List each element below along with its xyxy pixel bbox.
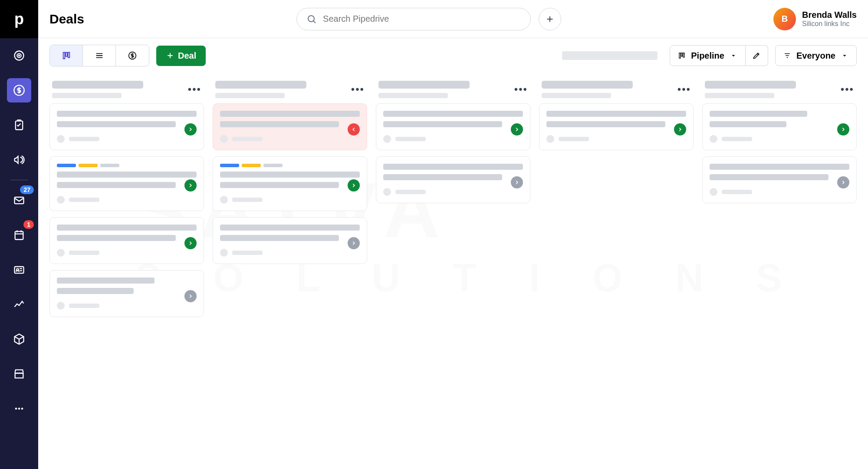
view-list-button[interactable] (83, 45, 116, 66)
topbar: Deals B Brenda Walls Silicon links Inc (38, 0, 868, 38)
status-green-icon[interactable] (348, 179, 360, 192)
nav-more[interactable] (7, 396, 31, 421)
mail-icon (13, 194, 25, 206)
svg-point-10 (18, 408, 20, 410)
svg-rect-14 (66, 53, 67, 56)
nav-calendar[interactable]: 1 (7, 223, 31, 247)
view-kanban-button[interactable] (50, 45, 83, 66)
megaphone-icon (13, 154, 25, 166)
card-footer (546, 135, 686, 143)
status-gray-icon[interactable] (348, 237, 360, 249)
nav-tasks[interactable] (7, 113, 31, 137)
column-menu-button[interactable]: ••• (677, 83, 691, 96)
deal-card[interactable] (213, 217, 367, 264)
pipeline-column: ••• (49, 76, 204, 466)
status-green-icon[interactable] (184, 123, 197, 135)
skeleton (220, 235, 339, 241)
user-menu[interactable]: B Brenda Walls Silicon links Inc (773, 8, 857, 30)
status-red-icon[interactable] (348, 123, 360, 135)
search-icon (306, 14, 317, 24)
skeleton (722, 190, 752, 194)
plus-icon (166, 51, 174, 60)
card-footer (220, 249, 360, 257)
column-subtitle-skeleton (215, 93, 285, 98)
tag-gray (100, 164, 119, 167)
deal-card[interactable] (539, 103, 694, 150)
tag-gray (263, 164, 283, 167)
sidebar: p 27 1 (0, 0, 38, 469)
deal-card[interactable] (49, 217, 204, 264)
nav-products[interactable] (7, 327, 31, 351)
search-input[interactable] (323, 14, 521, 24)
skeleton (220, 196, 228, 204)
deal-card[interactable] (213, 156, 367, 211)
clipboard-icon (13, 119, 25, 131)
pipeline-icon (678, 52, 686, 59)
avatar: B (773, 8, 796, 30)
pipeline-column: ••• (213, 76, 367, 466)
svg-rect-7 (15, 267, 24, 273)
search-box[interactable] (296, 8, 531, 30)
edit-pipeline-button[interactable] (746, 45, 768, 66)
pipeline-dropdown[interactable]: Pipeline (670, 45, 746, 66)
skeleton (710, 188, 717, 196)
add-deal-button[interactable]: Deal (156, 46, 206, 66)
skeleton (710, 135, 717, 143)
skeleton (69, 251, 99, 255)
status-gray-icon[interactable] (184, 290, 197, 302)
svg-rect-19 (683, 53, 684, 57)
pipeline-column: ••• (376, 76, 530, 466)
status-green-icon[interactable] (184, 237, 197, 249)
deal-card[interactable] (376, 103, 530, 150)
card-footer (383, 188, 523, 196)
store-icon (13, 368, 25, 380)
deal-card[interactable] (49, 270, 204, 317)
deal-card[interactable] (702, 103, 857, 150)
skeleton (232, 198, 263, 202)
status-green-icon[interactable] (184, 179, 197, 192)
column-menu-button[interactable]: ••• (841, 83, 854, 96)
status-green-icon[interactable] (674, 123, 686, 135)
filter-dropdown[interactable]: Everyone (775, 45, 857, 66)
skeleton (57, 172, 197, 178)
nav-deals[interactable] (7, 78, 31, 102)
skeleton (383, 164, 523, 170)
divider (10, 180, 28, 180)
svg-rect-17 (679, 53, 681, 58)
quick-add-button[interactable] (539, 8, 561, 30)
deal-card[interactable] (702, 156, 857, 203)
column-menu-button[interactable]: ••• (351, 83, 365, 96)
svg-point-9 (15, 408, 17, 410)
column-title-skeleton (542, 81, 633, 89)
nav-target[interactable] (7, 43, 31, 68)
user-name: Brenda Walls (802, 10, 857, 20)
card-footer (220, 196, 360, 204)
logo[interactable]: p (0, 0, 38, 38)
plus-icon (545, 14, 555, 24)
skeleton (220, 182, 339, 188)
nav-mail[interactable]: 27 (7, 188, 31, 212)
nav-campaigns[interactable] (7, 148, 31, 172)
column-menu-button[interactable]: ••• (514, 83, 528, 96)
user-org: Silicon links Inc (802, 20, 857, 28)
view-forecast-button[interactable] (116, 45, 149, 66)
nav-marketplace[interactable] (7, 362, 31, 386)
nav-contacts[interactable] (7, 258, 31, 282)
status-green-icon[interactable] (511, 123, 523, 135)
skeleton (383, 111, 523, 117)
nav-insights[interactable] (7, 292, 31, 317)
skeleton (546, 121, 665, 127)
status-gray-icon[interactable] (837, 176, 849, 188)
deal-card[interactable] (213, 103, 367, 150)
status-green-icon[interactable] (837, 123, 849, 135)
skeleton (69, 137, 99, 141)
deal-card[interactable] (376, 156, 530, 203)
skeleton (383, 174, 502, 180)
deal-card[interactable] (49, 103, 204, 150)
card-tags (57, 164, 197, 167)
deal-card[interactable] (49, 156, 204, 211)
column-menu-button[interactable]: ••• (188, 83, 201, 96)
skeleton (395, 190, 426, 194)
skeleton (57, 235, 176, 241)
status-gray-icon[interactable] (511, 176, 523, 188)
